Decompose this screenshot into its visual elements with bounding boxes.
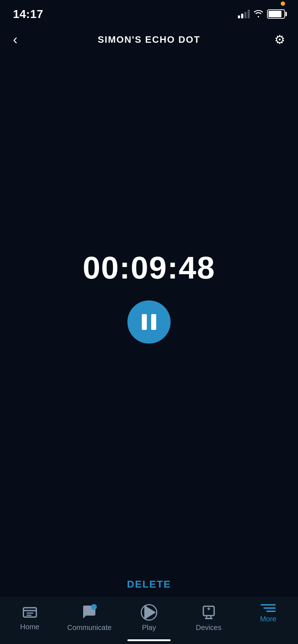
nav-item-play[interactable]: Play xyxy=(119,601,179,632)
bottom-nav: Home Communicate Play Devices xyxy=(0,597,298,644)
nav-label-play: Play xyxy=(142,624,156,632)
wifi-icon xyxy=(253,10,263,18)
signal-bar-2 xyxy=(241,14,243,18)
more-icon xyxy=(261,604,276,612)
more-line-3 xyxy=(266,611,276,612)
nav-label-more: More xyxy=(260,615,276,623)
location-dot xyxy=(281,1,285,6)
nav-item-devices[interactable]: Devices xyxy=(179,601,239,632)
signal-bar-4 xyxy=(248,10,250,18)
battery-icon xyxy=(267,9,285,19)
battery-fill xyxy=(268,11,281,17)
delete-section: DELETE xyxy=(0,568,298,597)
play-icon xyxy=(141,604,157,621)
signal-icon xyxy=(238,10,250,18)
pause-button[interactable] xyxy=(127,300,171,344)
status-icons xyxy=(238,9,285,19)
delete-button[interactable]: DELETE xyxy=(127,579,171,590)
home-icon xyxy=(22,604,38,620)
back-button[interactable]: ‹ xyxy=(13,32,31,47)
nav-label-devices: Devices xyxy=(196,624,221,632)
home-pill xyxy=(127,639,171,641)
timer-display: 00:09:48 xyxy=(83,249,215,286)
settings-button[interactable]: ⚙ xyxy=(267,32,285,47)
devices-icon xyxy=(200,604,217,621)
status-bar: 14:17 xyxy=(0,0,298,25)
signal-bar-1 xyxy=(238,15,240,18)
nav-label-communicate: Communicate xyxy=(67,624,112,632)
play-triangle xyxy=(144,605,156,620)
status-time: 14:17 xyxy=(13,8,43,21)
more-line-1 xyxy=(261,604,276,606)
nav-label-home: Home xyxy=(20,623,39,631)
main-content: 00:09:48 xyxy=(0,54,298,568)
pause-bar-right xyxy=(151,314,156,330)
svg-point-4 xyxy=(91,604,97,610)
pause-bar-left xyxy=(142,314,147,330)
nav-item-communicate[interactable]: Communicate xyxy=(60,601,119,632)
nav-item-more[interactable]: More xyxy=(238,601,298,623)
communicate-icon xyxy=(80,604,98,621)
pause-icon xyxy=(142,314,156,330)
nav-item-home[interactable]: Home xyxy=(0,601,60,631)
header: ‹ SIMON'S ECHO DOT ⚙ xyxy=(0,25,298,54)
page-title: SIMON'S ECHO DOT xyxy=(98,34,200,45)
signal-bar-3 xyxy=(244,12,247,18)
more-line-2 xyxy=(263,607,276,609)
